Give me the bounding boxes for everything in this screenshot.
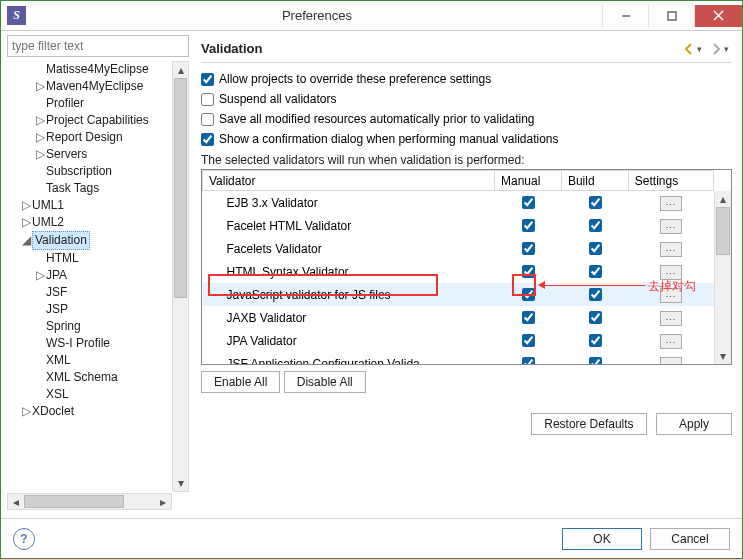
table-row[interactable]: EJB 3.x Validator... [203, 191, 714, 215]
build-checkbox[interactable] [561, 237, 628, 260]
tree-item[interactable]: ▷UML1 [21, 197, 171, 214]
help-icon[interactable]: ? [13, 528, 35, 550]
tree-item[interactable]: Profiler [21, 95, 171, 112]
manual-checkbox[interactable] [495, 214, 562, 237]
tree-item[interactable]: ▷Project Capabilities [21, 112, 171, 129]
table-vertical-scrollbar[interactable]: ▴ ▾ [714, 191, 731, 364]
expand-icon[interactable]: ◢ [21, 232, 31, 249]
expand-icon[interactable]: ▷ [35, 146, 45, 163]
tree-item[interactable]: ◢Validation [21, 231, 171, 250]
scroll-hthumb[interactable] [24, 495, 124, 508]
col-build[interactable]: Build [561, 171, 628, 191]
expand-icon[interactable]: ▷ [35, 129, 45, 146]
tree-item[interactable]: ▷JPA [21, 267, 171, 284]
save-modified-checkbox[interactable]: Save all modified resources automaticall… [201, 109, 732, 129]
table-row[interactable]: Facelet HTML Validator... [203, 214, 714, 237]
tree-item[interactable]: WS-I Profile [21, 335, 171, 352]
settings-cell[interactable]: ... [628, 260, 713, 283]
manual-checkbox[interactable] [495, 352, 562, 364]
settings-button[interactable]: ... [660, 265, 682, 280]
settings-cell[interactable]: ... [628, 283, 713, 306]
table-row[interactable]: HTML Syntax Validator... [203, 260, 714, 283]
maximize-button[interactable] [648, 5, 694, 27]
table-scroll-up-icon[interactable]: ▴ [715, 191, 731, 207]
table-scroll-thumb[interactable] [716, 207, 730, 255]
scroll-up-icon[interactable]: ▴ [173, 62, 188, 78]
expand-icon[interactable]: ▷ [21, 403, 31, 420]
manual-checkbox[interactable] [495, 283, 562, 306]
back-icon[interactable] [682, 42, 696, 56]
build-checkbox[interactable] [561, 191, 628, 215]
preferences-tree[interactable]: Matisse4MyEclipse▷Maven4MyEclipseProfile… [7, 61, 189, 510]
build-checkbox[interactable] [561, 283, 628, 306]
tree-item[interactable]: ▷Report Design [21, 129, 171, 146]
confirm-dialog-checkbox[interactable]: Show a confirmation dialog when performi… [201, 129, 732, 149]
settings-button[interactable]: ... [660, 288, 682, 303]
settings-button[interactable]: ... [660, 196, 682, 211]
tree-item[interactable]: ▷Servers [21, 146, 171, 163]
tree-item[interactable]: XML [21, 352, 171, 369]
allow-override-checkbox[interactable]: Allow projects to override these prefere… [201, 69, 732, 89]
expand-icon[interactable]: ▷ [35, 112, 45, 129]
settings-cell[interactable]: ... [628, 306, 713, 329]
restore-defaults-button[interactable]: Restore Defaults [531, 413, 646, 435]
manual-checkbox[interactable] [495, 306, 562, 329]
back-dropdown-icon[interactable]: ▾ [697, 44, 705, 54]
build-checkbox[interactable] [561, 214, 628, 237]
tree-item[interactable]: ▷UML2 [21, 214, 171, 231]
forward-icon[interactable] [709, 42, 723, 56]
close-button[interactable] [694, 5, 742, 27]
expand-icon[interactable]: ▷ [35, 78, 45, 95]
table-row[interactable]: JAXB Validator... [203, 306, 714, 329]
settings-button[interactable]: ... [660, 219, 682, 234]
tree-item[interactable]: Spring [21, 318, 171, 335]
expand-icon[interactable]: ▷ [21, 214, 31, 231]
build-checkbox[interactable] [561, 329, 628, 352]
manual-checkbox[interactable] [495, 329, 562, 352]
tree-item[interactable]: ▷Maven4MyEclipse [21, 78, 171, 95]
scroll-thumb[interactable] [174, 78, 187, 298]
forward-dropdown-icon[interactable]: ▾ [724, 44, 732, 54]
scroll-left-icon[interactable]: ◂ [8, 494, 24, 509]
tree-vertical-scrollbar[interactable]: ▴ ▾ [172, 61, 189, 492]
expand-icon[interactable]: ▷ [21, 197, 31, 214]
settings-cell[interactable]: ... [628, 237, 713, 260]
apply-button[interactable]: Apply [656, 413, 732, 435]
table-row[interactable]: Facelets Validator... [203, 237, 714, 260]
scroll-down-icon[interactable]: ▾ [173, 475, 188, 491]
build-checkbox[interactable] [561, 352, 628, 364]
build-checkbox[interactable] [561, 306, 628, 329]
settings-button[interactable]: ... [660, 242, 682, 257]
col-validator[interactable]: Validator [203, 171, 495, 191]
table-row[interactable]: JavaScript validator for JS files... [203, 283, 714, 306]
tree-horizontal-scrollbar[interactable]: ◂ ▸ [7, 493, 172, 510]
tree-item[interactable]: XML Schema [21, 369, 171, 386]
manual-checkbox[interactable] [495, 237, 562, 260]
expand-icon[interactable]: ▷ [35, 267, 45, 284]
table-row[interactable]: JPA Validator... [203, 329, 714, 352]
validators-table[interactable]: Validator Manual Build Settings EJB 3.x … [201, 169, 732, 365]
scroll-right-icon[interactable]: ▸ [155, 494, 171, 509]
settings-cell[interactable]: ... [628, 352, 713, 364]
tree-item[interactable]: ▷XDoclet [21, 403, 171, 420]
disable-all-button[interactable]: Disable All [284, 371, 366, 393]
table-row[interactable]: JSF Application Configuration Valida....… [203, 352, 714, 364]
ok-button[interactable]: OK [562, 528, 642, 550]
settings-cell[interactable]: ... [628, 214, 713, 237]
col-settings[interactable]: Settings [628, 171, 713, 191]
tree-item[interactable]: Matisse4MyEclipse [21, 61, 171, 78]
tree-item[interactable]: Subscription [21, 163, 171, 180]
settings-button[interactable]: ... [660, 311, 682, 326]
cancel-button[interactable]: Cancel [650, 528, 730, 550]
settings-cell[interactable]: ... [628, 329, 713, 352]
enable-all-button[interactable]: Enable All [201, 371, 280, 393]
settings-cell[interactable]: ... [628, 191, 713, 215]
settings-button[interactable]: ... [660, 334, 682, 349]
suspend-checkbox[interactable]: Suspend all validators [201, 89, 732, 109]
settings-button[interactable]: ... [660, 357, 682, 364]
filter-input[interactable] [7, 35, 189, 57]
tree-item[interactable]: Task Tags [21, 180, 171, 197]
tree-item[interactable]: HTML [21, 250, 171, 267]
build-checkbox[interactable] [561, 260, 628, 283]
table-scroll-down-icon[interactable]: ▾ [715, 348, 731, 364]
